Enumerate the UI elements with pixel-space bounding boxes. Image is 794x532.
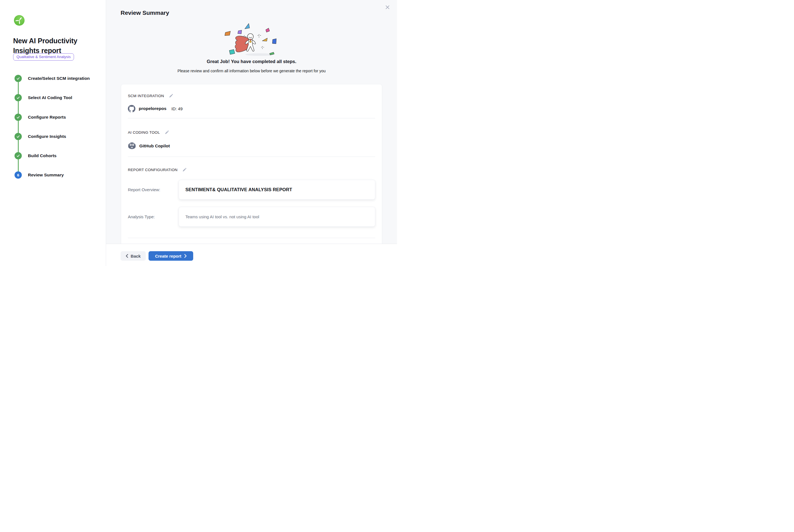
scm-name: propelorepos: [139, 106, 166, 111]
step-label: Configure Reports: [28, 115, 66, 120]
report-overview-row: Report Overview: SENTIMENT& QUALITATIVE …: [128, 180, 375, 200]
congrats-title: Great Job! You have completed all steps.: [106, 59, 397, 64]
close-icon[interactable]: [385, 4, 390, 10]
analysis-type-value-box: Teams using AI tool vs. not using AI too…: [179, 207, 375, 227]
edit-scm-icon[interactable]: [169, 94, 173, 98]
check-icon: [16, 115, 20, 119]
step-configure-insights[interactable]: Configure Insights: [15, 133, 90, 140]
report-overview-value: SENTIMENT& QUALITATIVE ANALYSIS REPORT: [185, 187, 292, 192]
copilot-icon: [128, 142, 136, 150]
step-check-circle: [15, 75, 22, 82]
wizard-stepper: Create/Select SCM integration Select AI …: [15, 75, 90, 179]
ai-tool-name: GitHub Copilot: [139, 144, 170, 149]
check-icon: [16, 135, 20, 138]
analysis-type-value: Teams using AI tool vs. not using AI too…: [185, 214, 259, 219]
report-wizard-window: New AI Productivity Insights report Qual…: [0, 0, 397, 266]
congrats-subtitle: Please review and confirm all informatio…: [106, 69, 397, 73]
step-review-summary[interactable]: 6 Review Summary: [15, 171, 90, 179]
edit-report-config-icon[interactable]: [182, 168, 187, 172]
step-check-circle: [15, 152, 22, 159]
chevron-right-icon: [184, 254, 187, 258]
panel-title: Review Summary: [120, 10, 169, 16]
ai-tool-row: GitHub Copilot: [128, 142, 375, 150]
step-number-circle: 6: [15, 171, 22, 179]
propeller-logo-icon: [14, 15, 24, 26]
step-check-circle: [15, 94, 22, 101]
report-overview-label: Report Overview:: [128, 187, 179, 192]
step-create-select-scm[interactable]: Create/Select SCM integration: [15, 75, 90, 82]
report-config-section-label: REPORT CONFIGURATION: [128, 168, 177, 172]
github-icon: [128, 105, 135, 113]
review-summary-panel: Review Summary: [106, 0, 397, 266]
step-label: Review Summary: [28, 172, 64, 177]
step-label: Build Cohorts: [28, 153, 56, 158]
analysis-type-row: Analysis Type: Teams using AI tool vs. n…: [128, 207, 375, 227]
scm-section-label: SCM INTEGRATION: [128, 94, 164, 98]
step-label: Select AI Coding Tool: [28, 95, 72, 100]
tool-section-label: AI CODING TOOL: [128, 130, 160, 135]
step-select-ai-tool[interactable]: Select AI Coding Tool: [15, 94, 90, 101]
step-configure-reports[interactable]: Configure Reports: [15, 114, 90, 121]
chevron-left-icon: [126, 254, 128, 258]
wizard-title: New AI Productivity Insights report: [13, 36, 97, 56]
check-icon: [16, 96, 20, 100]
analysis-type-label: Analysis Type:: [128, 214, 179, 219]
divider: [128, 238, 375, 238]
stepper-rail: [18, 78, 19, 175]
step-build-cohorts[interactable]: Build Cohorts: [15, 152, 90, 159]
step-check-circle: [15, 114, 22, 121]
check-icon: [16, 154, 20, 158]
back-button[interactable]: Back: [120, 251, 146, 261]
scm-id: ID: 49: [171, 106, 183, 111]
edit-tool-icon[interactable]: [165, 130, 169, 135]
report-overview-value-box: SENTIMENT& QUALITATIVE ANALYSIS REPORT: [179, 180, 375, 200]
celebration-illustration: [222, 22, 281, 57]
create-report-button[interactable]: Create report: [149, 251, 193, 261]
create-report-button-label: Create report: [155, 254, 181, 259]
check-icon: [16, 76, 20, 80]
back-button-label: Back: [131, 254, 141, 259]
wizard-footer: Back Create report: [106, 244, 397, 266]
app-logo: [14, 15, 24, 26]
divider: [128, 118, 375, 118]
report-type-badge: Qualitative & Sentiment Analysis: [13, 53, 74, 61]
step-label: Configure Insights: [28, 134, 66, 139]
step-check-circle: [15, 133, 22, 140]
scm-integration-row: propelorepos ID: 49: [128, 104, 375, 113]
wizard-sidebar: New AI Productivity Insights report Qual…: [0, 0, 106, 266]
summary-card: SCM INTEGRATION propelorepos ID: 49 AI C…: [121, 84, 382, 244]
step-label: Create/Select SCM integration: [28, 76, 90, 81]
